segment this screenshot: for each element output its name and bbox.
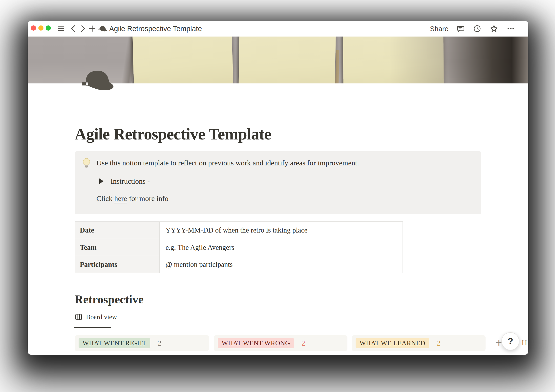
column-header-pill[interactable]: WHAT WE LEARNED bbox=[356, 338, 429, 348]
column-count: 2 bbox=[437, 339, 440, 347]
sticky-note bbox=[132, 37, 233, 83]
favorite-star-icon[interactable] bbox=[490, 24, 498, 33]
callout-block: Use this notion template to reflect on p… bbox=[75, 151, 481, 214]
board-column-what-we-learned: WHAT WE LEARNED 2 bbox=[352, 335, 486, 351]
minimize-window-button[interactable] bbox=[38, 25, 43, 31]
back-chevron-icon[interactable] bbox=[69, 24, 78, 33]
tab-board-view[interactable]: Board view bbox=[75, 313, 117, 321]
link-prefix: Click bbox=[96, 194, 114, 202]
callout-text[interactable]: Use this notion template to reflect on p… bbox=[96, 159, 359, 167]
breadcrumb-cap-icon bbox=[98, 26, 107, 32]
help-button[interactable]: ? bbox=[501, 332, 519, 350]
instructions-toggle[interactable]: Instructions - bbox=[99, 177, 150, 185]
lightbulb-icon bbox=[82, 158, 91, 170]
view-divider bbox=[75, 328, 481, 328]
close-window-button[interactable] bbox=[31, 25, 36, 31]
column-header-pill[interactable]: WHAT WENT WRONG bbox=[218, 338, 294, 348]
page-icon-cap[interactable] bbox=[80, 69, 115, 93]
column-header-pill[interactable]: WHAT WENT RIGHT bbox=[79, 338, 150, 348]
board-column-what-went-wrong: WHAT WENT WRONG 2 bbox=[214, 335, 347, 351]
column-count: 2 bbox=[301, 339, 305, 347]
board-column-what-went-right: WHAT WENT RIGHT 2 bbox=[75, 335, 209, 351]
more-options-ellipsis-icon[interactable] bbox=[507, 24, 515, 33]
cover-detail bbox=[335, 50, 339, 83]
table-label-participants[interactable]: Participants bbox=[75, 256, 160, 273]
forward-chevron-icon[interactable] bbox=[79, 24, 87, 33]
table-row: Team e.g. The Agile Avengers bbox=[75, 239, 403, 256]
link-suffix: for more info bbox=[127, 194, 168, 202]
updates-clock-icon[interactable] bbox=[473, 24, 481, 33]
board-view-label: Board view bbox=[86, 313, 117, 321]
toggle-triangle-icon[interactable] bbox=[99, 178, 104, 184]
sticky-note bbox=[238, 37, 336, 83]
new-page-plus-icon[interactable] bbox=[88, 24, 96, 33]
properties-table: Date YYYY-MM-DD of when the retro is tak… bbox=[75, 221, 403, 273]
desktop-background: Agile Retrospective Template Share bbox=[0, 0, 555, 392]
table-label-date[interactable]: Date bbox=[75, 222, 160, 239]
column-count: 2 bbox=[158, 339, 161, 347]
comments-icon[interactable] bbox=[456, 24, 465, 33]
section-heading[interactable]: Retrospective bbox=[75, 293, 144, 306]
table-row: Date YYYY-MM-DD of when the retro is tak… bbox=[75, 222, 403, 239]
zoom-window-button[interactable] bbox=[46, 25, 51, 31]
titlebar: Agile Retrospective Template Share bbox=[28, 21, 528, 37]
table-row: Participants @ mention participants bbox=[75, 256, 403, 273]
notion-window: Agile Retrospective Template Share bbox=[28, 21, 528, 355]
active-tab-underline bbox=[74, 327, 111, 328]
cover-shadow-edge bbox=[390, 37, 528, 83]
share-button[interactable]: Share bbox=[430, 21, 448, 37]
table-value-date[interactable]: YYYY-MM-DD of when the retro is taking p… bbox=[160, 222, 403, 239]
table-label-team[interactable]: Team bbox=[75, 239, 160, 256]
table-value-team[interactable]: e.g. The Agile Avengers bbox=[160, 239, 403, 256]
toggle-label[interactable]: Instructions - bbox=[110, 177, 150, 185]
here-link[interactable]: here bbox=[114, 194, 127, 202]
board-view-icon bbox=[75, 313, 83, 321]
sidebar-menu-icon[interactable] bbox=[57, 24, 65, 33]
breadcrumb-page-title[interactable]: Agile Retrospective Template bbox=[109, 21, 202, 37]
callout-link-line[interactable]: Click here for more info bbox=[96, 194, 169, 203]
page-title[interactable]: Agile Retrospective Template bbox=[75, 125, 271, 143]
clipped-column-text: H bbox=[522, 335, 527, 351]
table-value-participants[interactable]: @ mention participants bbox=[160, 256, 403, 273]
